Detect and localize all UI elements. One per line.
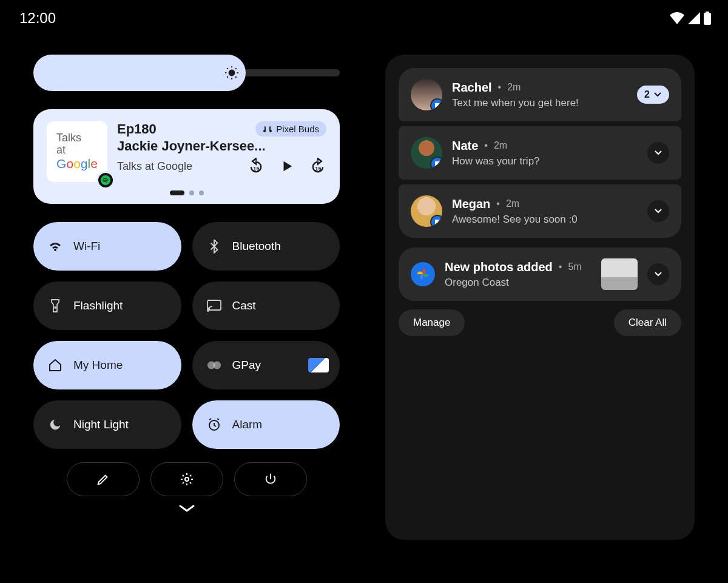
notification-title: New photos added <box>445 260 553 274</box>
tile-label: Night Light <box>73 418 129 431</box>
signal-icon <box>688 12 700 24</box>
avatar <box>411 195 442 227</box>
wifi-icon <box>670 12 684 24</box>
notification-text: Awesome! See you soon :0 <box>452 214 638 226</box>
flashlight-icon <box>48 298 62 313</box>
notification-item-photos[interactable]: New photos added • 5m Oregon Coast <box>399 248 681 301</box>
tile-label: My Home <box>73 359 123 372</box>
power-button[interactable] <box>234 462 307 496</box>
expand-shade-button[interactable] <box>33 504 340 513</box>
output-device-label: Pixel Buds <box>276 124 319 134</box>
pager-dot[interactable] <box>170 190 184 195</box>
notification-panel: Rachel • 2m Text me when you get here! 2 <box>385 55 695 540</box>
notification-count-chip[interactable]: 2 <box>637 86 669 104</box>
notification-sender: Rachel <box>452 81 492 95</box>
edit-tiles-button[interactable] <box>67 462 140 496</box>
brightness-slider[interactable] <box>33 55 340 91</box>
conversation-group: Rachel • 2m Text me when you get here! 2 <box>399 68 681 238</box>
tile-bluetooth[interactable]: Bluetooth <box>192 222 340 271</box>
messages-icon <box>430 215 442 227</box>
wifi-icon <box>48 240 62 252</box>
cast-icon <box>207 299 221 312</box>
tile-flashlight[interactable]: Flashlight <box>33 281 181 330</box>
brightness-icon <box>223 64 241 82</box>
photo-thumbnail <box>601 258 638 290</box>
rewind-15-button[interactable]: 15 <box>248 158 265 175</box>
output-device-chip[interactable]: Pixel Buds <box>255 121 326 136</box>
pager-dot[interactable] <box>189 190 194 195</box>
pager-dot[interactable] <box>199 190 204 195</box>
media-source: Talks at Google <box>117 160 192 173</box>
settings-button[interactable] <box>150 462 223 496</box>
home-icon <box>48 359 62 372</box>
notification-time: 2m <box>507 82 521 93</box>
media-title: Ep180 <box>117 121 157 137</box>
expand-button[interactable] <box>647 263 669 285</box>
avatar <box>411 137 442 169</box>
media-album-art: Talks at Google <box>47 121 107 182</box>
notification-sender: Megan <box>452 197 490 211</box>
quick-settings-actions <box>33 462 340 496</box>
svg-point-6 <box>55 307 56 308</box>
power-icon <box>264 473 277 486</box>
svg-point-10 <box>213 362 221 369</box>
status-bar: 12:00 <box>0 0 728 36</box>
notification-text: Text me when you get here! <box>452 97 627 109</box>
svg-point-12 <box>185 477 189 481</box>
svg-point-2 <box>229 70 235 76</box>
svg-text:15: 15 <box>253 166 259 172</box>
notification-sender: Nate <box>452 139 478 153</box>
manage-notifications-button[interactable]: Manage <box>399 309 465 336</box>
notification-item[interactable]: Rachel • 2m Text me when you get here! 2 <box>399 68 681 121</box>
expand-button[interactable] <box>647 200 669 222</box>
brightness-fill <box>33 55 246 91</box>
expand-button[interactable] <box>647 142 669 164</box>
media-subtitle: Jackie Joyner-Kersee... <box>117 138 326 154</box>
notification-time: 5m <box>568 261 581 272</box>
svg-rect-0 <box>704 13 711 25</box>
svg-point-8 <box>207 310 209 311</box>
tile-label: Cast <box>232 299 256 312</box>
tile-wifi[interactable]: Wi-Fi <box>33 222 181 271</box>
media-pager-dots[interactable] <box>47 190 326 195</box>
clear-all-button[interactable]: Clear All <box>614 309 681 336</box>
svg-rect-1 <box>706 12 709 13</box>
notification-time: 2m <box>494 140 507 151</box>
tile-alarm[interactable]: Alarm <box>192 400 340 449</box>
avatar <box>411 79 442 110</box>
tile-home[interactable]: My Home <box>33 341 181 389</box>
photos-icon <box>411 262 435 286</box>
media-player-card[interactable]: Talks at Google Ep180 <box>33 109 340 204</box>
messages-icon <box>430 157 442 169</box>
status-icons <box>670 12 711 25</box>
tile-label: Flashlight <box>73 299 123 312</box>
pencil-icon <box>96 473 110 486</box>
tile-label: Wi-Fi <box>73 240 100 253</box>
tile-cast[interactable]: Cast <box>192 281 340 330</box>
bluetooth-icon <box>207 239 221 254</box>
notification-text: How was your trip? <box>452 155 638 167</box>
quick-settings-panel: Talks at Google Ep180 <box>33 55 340 571</box>
forward-15-button[interactable]: 15 <box>309 158 326 175</box>
notification-text: Oregon Coast <box>445 277 592 289</box>
gpay-icon <box>207 360 221 371</box>
tile-night-light[interactable]: Night Light <box>33 400 181 449</box>
tile-label: Bluetooth <box>232 240 281 253</box>
battery-icon <box>704 12 711 25</box>
tile-label: Alarm <box>232 418 263 431</box>
svg-text:15: 15 <box>315 166 321 172</box>
notification-item[interactable]: Nate • 2m How was your trip? <box>399 126 681 180</box>
moon-icon <box>48 418 62 431</box>
status-time: 12:00 <box>19 10 56 27</box>
notification-item[interactable]: Megan • 2m Awesome! See you soon :0 <box>399 184 681 238</box>
spotify-icon <box>96 171 115 189</box>
gpay-card-icon <box>308 358 329 372</box>
alarm-icon <box>207 417 221 432</box>
messages-icon <box>430 98 442 110</box>
gear-icon <box>180 472 194 487</box>
tile-label: GPay <box>232 359 261 372</box>
tile-gpay[interactable]: GPay <box>192 341 340 389</box>
quick-tiles-grid: Wi-Fi Bluetooth Flashlight Cast <box>33 222 340 449</box>
earbuds-icon <box>263 125 272 133</box>
play-button[interactable] <box>280 160 294 173</box>
